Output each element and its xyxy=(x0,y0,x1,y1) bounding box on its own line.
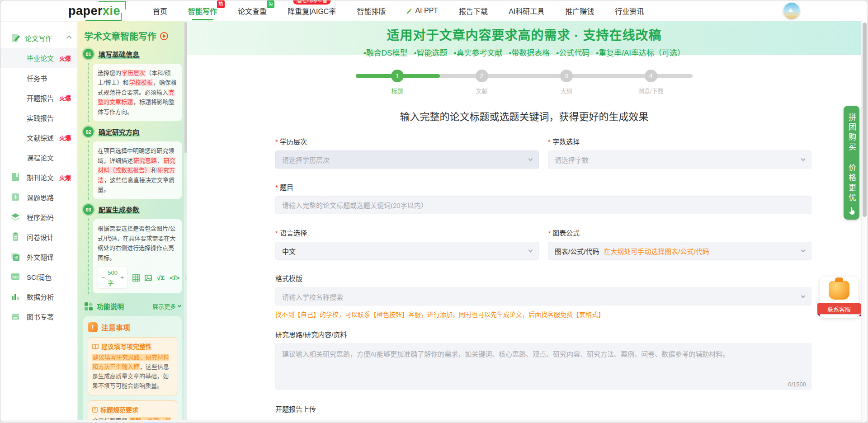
nav-item-ai-ppt[interactable]: AI PPT xyxy=(406,7,438,15)
nav-item-promotion-earn[interactable]: 推广赚钱 xyxy=(565,5,594,16)
logo-text-paper: paper xyxy=(68,4,103,18)
show-more-button[interactable]: 展示更多 xyxy=(152,302,181,310)
notice-title: 注意事项 xyxy=(101,322,130,333)
char-counter: 0/1500 xyxy=(788,381,806,388)
progress-step-literature[interactable]: 2文献 xyxy=(462,70,502,95)
lightning-icon xyxy=(10,192,20,202)
chevron-down-icon xyxy=(528,156,533,161)
translate-icon: 译 xyxy=(10,252,20,262)
hero-feature-tags: •融合DS模型 •智能选题 •真实参考文献 •带数据表格 •公式代码 •重复率/… xyxy=(187,47,861,58)
word-count-stepper[interactable]: −500 字+ xyxy=(98,267,127,289)
nav-item-reduce-aigc[interactable]: 降重复|AIGC率适配知网/维普 xyxy=(288,5,336,16)
left-sidebar: 论文写作 毕业论文火爆 任务书 开题报告火爆 实践报告 文献综述火爆 课程论文 … xyxy=(0,21,78,423)
sidebar-item-sci-polish[interactable]: SCI SCI润色 xyxy=(0,267,77,287)
group-buy-banner[interactable]: 拼团购买 价格更优 xyxy=(844,106,859,220)
nav-item-home[interactable]: 首页 xyxy=(153,5,167,16)
free-badge: 免 xyxy=(267,0,274,8)
language-select[interactable]: 中文 xyxy=(275,242,539,260)
formula-icon[interactable]: √Σ xyxy=(157,274,165,281)
table-icon[interactable] xyxy=(132,274,140,282)
notice-box-completeness: 建议填写项完整性 建议填写研究思路、研究材料和方法三个输入框，这些信息是生成高质… xyxy=(88,337,177,395)
panel-scrollbar[interactable] xyxy=(184,21,187,423)
nav-item-smart-writing[interactable]: 智能写作热 xyxy=(188,5,217,16)
vertical-scrollbar[interactable] xyxy=(861,21,868,423)
sidebar-item-task-book[interactable]: 任务书 xyxy=(0,68,77,88)
brand-logo[interactable]: paperxie xyxy=(67,3,125,19)
school-template-select[interactable]: 请输入学校名称搜索 xyxy=(275,287,811,306)
chevron-down-icon xyxy=(801,248,806,252)
chart-formula-select[interactable]: 图表/公式/代码在大纲处可手动选择图表/公式/代码 xyxy=(548,242,811,260)
sidebar-item-literature-review[interactable]: 文献综述火爆 xyxy=(0,127,77,147)
hero-title: 适用对于文章内容要求高的需求 · 支持在线改稿 xyxy=(187,25,861,43)
nav-item-industry-news[interactable]: 行业资讯 xyxy=(615,5,644,16)
nav-menu: 首页 智能写作热 论文查重免 降重复|AIGC率适配知网/维普 智能排版 AI … xyxy=(153,5,644,16)
sidebar-item-proposal-report[interactable]: 开题报告火爆 xyxy=(0,88,77,108)
hot-label: 火爆 xyxy=(59,94,71,102)
progress-step-title[interactable]: 1标题 xyxy=(377,70,418,95)
chevron-down-icon xyxy=(801,156,806,161)
sidebar-item-book-monograph[interactable]: 图书专著 xyxy=(0,306,77,326)
word-count-select[interactable]: 请选择字数 xyxy=(548,150,811,169)
logo-text-xie: xie xyxy=(103,4,120,18)
sidebar-item-questionnaire-design[interactable]: 问卷设计 xyxy=(0,227,77,247)
progress-step-preview-download[interactable]: 4浏览/下载 xyxy=(631,70,671,95)
word-count-label: 字数选择 xyxy=(548,136,811,146)
user-avatar[interactable] xyxy=(783,3,800,19)
image-icon[interactable] xyxy=(145,274,152,282)
customer-service-icon xyxy=(829,281,849,300)
sidebar-item-topic-ideas[interactable]: 课题思路 xyxy=(0,187,77,207)
hero-tag: •重复率/AI率达标（可选） xyxy=(596,47,685,58)
step3-number: 03 xyxy=(83,204,94,215)
hero-tag: •智能选题 xyxy=(414,47,448,58)
research-label: 研究思路/研究内容/资料 xyxy=(275,329,811,339)
research-textarea[interactable] xyxy=(275,343,811,390)
group-buy-text: 拼团购买 价格更优 xyxy=(844,113,859,203)
svg-text:译: 译 xyxy=(14,256,18,260)
sidebar-item-practice-report[interactable]: 实践报告 xyxy=(0,108,77,127)
nav-item-plagiarism-check[interactable]: 论文查重免 xyxy=(238,5,267,16)
title-input[interactable] xyxy=(275,196,811,214)
step1-title: 填写基础信息 xyxy=(98,49,140,59)
sidebar-item-data-analysis[interactable]: 数据分析 xyxy=(0,287,77,306)
hero-banner: 适用对于文章内容要求高的需求 · 支持在线改稿 •融合DS模型 •智能选题 •真… xyxy=(187,21,861,55)
hot-label: 火爆 xyxy=(59,54,71,62)
svg-text:SCI: SCI xyxy=(12,275,18,279)
sidebar-item-source-code[interactable]: 程序源码 xyxy=(0,207,77,227)
nav-item-smart-typesetting[interactable]: 智能排版 xyxy=(357,5,386,16)
horizontal-scrollbar-track[interactable] xyxy=(0,420,861,423)
step2-description: 在项目选择中明确您的研究领域，详细描述研究思路、研究材料（或数据报告）和研究方法… xyxy=(93,141,182,199)
education-level-select[interactable]: 请选择学历层次 xyxy=(275,150,539,169)
scrollbar-thumb[interactable] xyxy=(863,23,867,217)
hero-tag: •融合DS模型 xyxy=(363,47,408,58)
proposal-upload-label: 开题报告上传 xyxy=(275,404,811,414)
features-icon xyxy=(84,302,93,311)
hero-tag: •带数据表格 xyxy=(509,47,550,58)
cnki-weipu-pill-badge: 适配知网/维普 xyxy=(293,0,330,5)
notice-section: ! 注意事项 建议填写项完整性 建议填写研究思路、研究材料和方法三个输入框，这些… xyxy=(83,316,182,423)
nav-item-report-download[interactable]: 报告下载 xyxy=(459,5,488,16)
progress-step-outline[interactable]: 3大纲 xyxy=(546,70,587,95)
sidebar-item-course-paper[interactable]: 课程论文 xyxy=(0,147,77,167)
nav-item-ai-research-tools[interactable]: AI科研工具 xyxy=(509,5,544,16)
chevron-up-icon[interactable] xyxy=(66,35,71,40)
customer-service-widget[interactable]: 联系客服 xyxy=(820,277,859,318)
step2-number: 02 xyxy=(83,127,94,137)
guide-panel: 学术文章智能写作 01 填写基础信息 选择您的学历层次（本科/硕士/博士）和学校… xyxy=(78,21,187,423)
paper-writing-icon xyxy=(10,33,20,43)
sidebar-item-graduation-thesis[interactable]: 毕业论文火爆 xyxy=(0,48,77,68)
code-icon[interactable]: </> xyxy=(170,274,179,281)
sidebar-item-foreign-translation[interactable]: 译 外文翻译 xyxy=(0,247,77,267)
features-label: 功能说明 xyxy=(97,301,124,311)
education-level-label: 学历层次 xyxy=(275,136,539,146)
sidebar-section-paper-writing[interactable]: 论文写作 xyxy=(0,28,77,48)
hand-pointer-icon xyxy=(848,207,855,215)
magic-wand-icon xyxy=(406,7,413,14)
top-navbar: paperxie 首页 智能写作热 论文查重免 降重复|AIGC率适配知网/维普… xyxy=(0,0,868,21)
step3-description: 根据需要选择是否包含图片/公式/代码，在具体要求需要在大纲处的右侧进行选择操作点… xyxy=(93,219,182,293)
hot-badge: 热 xyxy=(217,0,225,8)
play-video-icon[interactable] xyxy=(160,32,168,40)
generation-toolbar: −500 字+ √Σ </> ≡ xyxy=(98,267,177,289)
sidebar-item-journal-paper[interactable]: 期刊论文火爆 xyxy=(0,167,77,187)
book-icon xyxy=(10,311,20,321)
hot-label: 火爆 xyxy=(59,133,71,142)
